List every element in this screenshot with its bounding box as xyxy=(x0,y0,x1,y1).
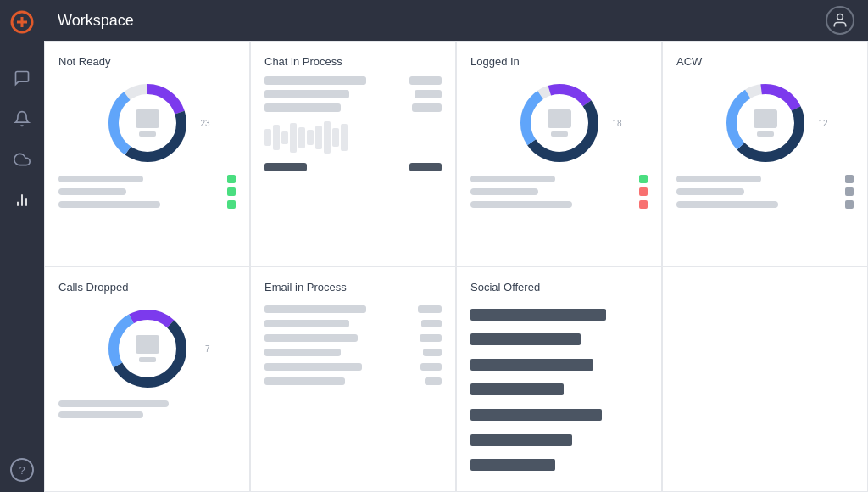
card-calls-dropped: Calls Dropped 7 xyxy=(44,266,250,492)
social-bar-row xyxy=(470,383,648,395)
stat-row xyxy=(676,200,854,209)
social-bar xyxy=(470,459,555,471)
chat-row xyxy=(264,76,442,85)
social-bar xyxy=(470,409,602,421)
stat-row xyxy=(676,175,854,183)
page-title: Workspace xyxy=(58,12,134,30)
stat-bar xyxy=(58,188,126,195)
stat-indicator xyxy=(639,200,648,209)
stat-indicator xyxy=(227,187,236,196)
social-bar-list xyxy=(470,302,648,478)
wave-bar xyxy=(281,131,288,144)
chat-bar xyxy=(264,103,341,112)
dashboard-grid: Not Ready 23 xyxy=(44,41,868,492)
email-row xyxy=(264,305,442,313)
email-row xyxy=(264,334,442,342)
donut-acw: 12 xyxy=(715,76,816,170)
email-bar xyxy=(420,363,442,371)
chat-bar xyxy=(415,90,442,98)
stat-row xyxy=(58,400,236,407)
donut-bar xyxy=(757,131,774,137)
stat-bar xyxy=(470,201,572,208)
sidebar-bottom: ? xyxy=(10,458,34,482)
social-bar xyxy=(470,309,606,321)
card-title-social: Social Offered xyxy=(470,281,648,294)
logged-in-stats xyxy=(470,175,648,209)
chat-row xyxy=(264,103,442,112)
card-title-not-ready: Not Ready xyxy=(58,55,236,68)
stat-row xyxy=(470,200,648,209)
card-not-ready: Not Ready 23 xyxy=(44,41,250,266)
card-logged-in: Logged In 18 xyxy=(456,41,662,266)
bell-nav-icon[interactable] xyxy=(7,103,37,134)
donut-logged-in: 18 xyxy=(509,76,610,170)
donut-icon xyxy=(548,109,571,128)
calls-dropped-stats xyxy=(58,400,236,418)
stat-indicator xyxy=(227,175,236,183)
donut-side-value: 23 xyxy=(200,119,209,128)
donut-icon xyxy=(136,109,159,128)
stat-bar xyxy=(676,201,778,208)
donut-bar xyxy=(139,357,156,362)
stat-row xyxy=(58,200,236,209)
donut-center-logged-in xyxy=(548,109,571,137)
chat-bar-dark xyxy=(264,163,307,171)
app-logo xyxy=(10,10,34,37)
email-bar xyxy=(425,377,442,385)
stat-row xyxy=(58,187,236,196)
chart-nav-icon[interactable] xyxy=(7,185,37,215)
chat-bar-dark xyxy=(409,163,442,171)
wave-bar xyxy=(290,123,297,153)
chat-nav-icon[interactable] xyxy=(7,63,37,93)
waveform-area xyxy=(264,120,442,154)
donut-bar xyxy=(551,131,568,137)
card-social-offered: Social Offered xyxy=(456,266,662,492)
card-empty xyxy=(662,266,868,492)
social-bar-row xyxy=(470,409,648,421)
email-row xyxy=(264,349,442,356)
email-list xyxy=(264,305,442,478)
donut-icon xyxy=(136,335,159,354)
header: Workspace xyxy=(44,0,868,41)
main-content: Workspace Not Ready xyxy=(44,0,868,492)
wave-bar xyxy=(307,130,314,145)
card-title-email: Email in Process xyxy=(264,281,442,294)
social-bar xyxy=(470,359,593,371)
social-bar-row xyxy=(470,434,648,446)
stat-row xyxy=(470,187,648,196)
social-bar-row xyxy=(470,359,648,371)
cloud-nav-icon[interactable] xyxy=(7,144,37,175)
card-title-calls-dropped: Calls Dropped xyxy=(58,281,236,294)
social-bar-row xyxy=(470,309,648,321)
social-bar xyxy=(470,434,572,446)
stat-indicator xyxy=(227,200,236,209)
not-ready-stats xyxy=(58,175,236,209)
wave-bar xyxy=(315,126,322,149)
email-bar xyxy=(423,349,442,356)
wave-bar xyxy=(273,125,280,150)
donut-bar xyxy=(139,131,156,137)
stat-indicator xyxy=(639,175,648,183)
wave-bar xyxy=(264,129,271,146)
svg-point-6 xyxy=(837,14,843,20)
stat-row xyxy=(58,411,236,418)
email-row xyxy=(264,377,442,385)
chat-row xyxy=(264,163,442,171)
donut-center-calls-dropped xyxy=(136,335,159,362)
chat-row xyxy=(264,90,442,98)
stat-indicator xyxy=(845,175,854,183)
sidebar: ? xyxy=(0,0,44,492)
card-email-in-process: Email in Process xyxy=(250,266,456,492)
email-bar xyxy=(264,363,362,371)
email-bar xyxy=(264,305,366,313)
stat-row xyxy=(676,187,854,196)
chat-bar xyxy=(412,103,442,112)
stat-indicator xyxy=(845,200,854,209)
help-button[interactable]: ? xyxy=(10,458,34,482)
stat-bar xyxy=(470,188,538,195)
stat-indicator xyxy=(845,187,854,196)
social-bar-row xyxy=(470,333,648,345)
user-avatar[interactable] xyxy=(826,6,854,35)
chat-list xyxy=(264,76,442,252)
wave-bar xyxy=(298,127,305,148)
